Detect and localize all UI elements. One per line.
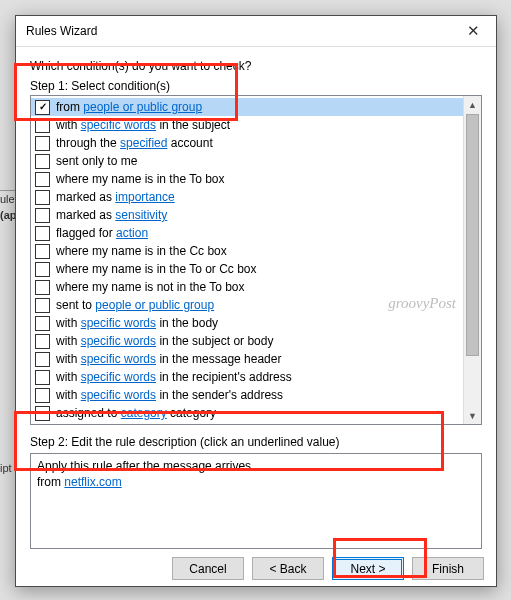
- next-button[interactable]: Next >: [332, 557, 404, 580]
- condition-item[interactable]: with specific words in the sender's addr…: [31, 386, 481, 404]
- condition-label: marked as sensitivity: [56, 208, 167, 222]
- condition-link[interactable]: action: [116, 226, 148, 240]
- condition-checkbox[interactable]: [35, 136, 50, 151]
- condition-item[interactable]: marked as importance: [31, 188, 481, 206]
- condition-checkbox[interactable]: [35, 190, 50, 205]
- condition-link[interactable]: specific words: [81, 388, 156, 402]
- prompt-text: Which condition(s) do you want to check?: [30, 59, 482, 73]
- condition-label: where my name is in the To box: [56, 172, 225, 186]
- condition-checkbox[interactable]: [35, 280, 50, 295]
- condition-item[interactable]: from people or public group: [31, 98, 481, 116]
- condition-link[interactable]: people or public group: [83, 100, 202, 114]
- condition-item[interactable]: with specific words in the recipient's a…: [31, 368, 481, 386]
- condition-item[interactable]: flagged for action: [31, 224, 481, 242]
- condition-checkbox[interactable]: [35, 406, 50, 421]
- condition-label: from people or public group: [56, 100, 202, 114]
- condition-checkbox[interactable]: [35, 352, 50, 367]
- condition-item[interactable]: where my name is in the To or Cc box: [31, 260, 481, 278]
- condition-item[interactable]: sent to people or public group: [31, 296, 481, 314]
- condition-item[interactable]: with specific words in the body: [31, 314, 481, 332]
- condition-checkbox[interactable]: [35, 226, 50, 241]
- condition-item[interactable]: marked as sensitivity: [31, 206, 481, 224]
- condition-label: with specific words in the body: [56, 316, 218, 330]
- condition-checkbox[interactable]: [35, 298, 50, 313]
- condition-link[interactable]: specific words: [81, 370, 156, 384]
- condition-checkbox[interactable]: [35, 154, 50, 169]
- rule-description-box: Apply this rule after the message arrive…: [30, 453, 482, 549]
- scrollbar-vertical[interactable]: ▲ ▼: [463, 96, 481, 424]
- step1-label: Step 1: Select condition(s): [30, 79, 482, 93]
- condition-item[interactable]: assigned to category category: [31, 404, 481, 422]
- window-title: Rules Wizard: [26, 24, 451, 38]
- condition-item[interactable]: where my name is not in the To box: [31, 278, 481, 296]
- condition-label: assigned to category category: [56, 406, 216, 420]
- rule-description-line: from netflix.com: [37, 474, 475, 490]
- rule-value-link[interactable]: netflix.com: [64, 475, 121, 489]
- rules-wizard-dialog: Rules Wizard ✕ Which condition(s) do you…: [15, 15, 497, 587]
- condition-link[interactable]: sensitivity: [115, 208, 167, 222]
- condition-link[interactable]: specific words: [81, 334, 156, 348]
- condition-link[interactable]: category: [121, 406, 167, 420]
- close-icon: ✕: [467, 22, 480, 40]
- condition-label: where my name is not in the To box: [56, 280, 245, 294]
- condition-checkbox[interactable]: [35, 334, 50, 349]
- scroll-down-icon[interactable]: ▼: [464, 407, 481, 424]
- condition-checkbox[interactable]: [35, 244, 50, 259]
- close-button[interactable]: ✕: [451, 16, 496, 46]
- cancel-button[interactable]: Cancel: [172, 557, 244, 580]
- condition-checkbox[interactable]: [35, 172, 50, 187]
- condition-item[interactable]: sent only to me: [31, 152, 481, 170]
- condition-checkbox[interactable]: [35, 100, 50, 115]
- scroll-thumb[interactable]: [466, 114, 479, 356]
- condition-label: sent only to me: [56, 154, 137, 168]
- condition-item[interactable]: through the specified account: [31, 134, 481, 152]
- condition-link[interactable]: importance: [115, 190, 174, 204]
- condition-item[interactable]: where my name is in the Cc box: [31, 242, 481, 260]
- condition-checkbox[interactable]: [35, 388, 50, 403]
- condition-checkbox[interactable]: [35, 208, 50, 223]
- finish-button[interactable]: Finish: [412, 557, 484, 580]
- condition-checkbox[interactable]: [35, 262, 50, 277]
- condition-label: where my name is in the Cc box: [56, 244, 227, 258]
- titlebar: Rules Wizard ✕: [16, 16, 496, 47]
- button-bar: Cancel < Back Next > Finish: [16, 557, 496, 588]
- condition-label: with specific words in the subject: [56, 118, 230, 132]
- condition-label: sent to people or public group: [56, 298, 214, 312]
- conditions-listbox: from people or public groupwith specific…: [30, 95, 482, 425]
- back-button[interactable]: < Back: [252, 557, 324, 580]
- condition-link[interactable]: specified: [120, 136, 167, 150]
- condition-link[interactable]: specific words: [81, 352, 156, 366]
- condition-label: through the specified account: [56, 136, 213, 150]
- condition-checkbox[interactable]: [35, 370, 50, 385]
- scroll-up-icon[interactable]: ▲: [464, 96, 481, 113]
- condition-link[interactable]: people or public group: [95, 298, 214, 312]
- rule-description-text: from: [37, 475, 64, 489]
- condition-item[interactable]: with specific words in the subject or bo…: [31, 332, 481, 350]
- rule-description-line: Apply this rule after the message arrive…: [37, 458, 475, 474]
- condition-label: with specific words in the subject or bo…: [56, 334, 273, 348]
- condition-item[interactable]: with specific words in the message heade…: [31, 350, 481, 368]
- condition-label: flagged for action: [56, 226, 148, 240]
- condition-label: marked as importance: [56, 190, 175, 204]
- condition-link[interactable]: specific words: [81, 316, 156, 330]
- condition-label: with specific words in the recipient's a…: [56, 370, 292, 384]
- condition-checkbox[interactable]: [35, 316, 50, 331]
- condition-link[interactable]: specific words: [81, 118, 156, 132]
- condition-checkbox[interactable]: [35, 118, 50, 133]
- step2-label: Step 2: Edit the rule description (click…: [30, 435, 482, 449]
- condition-item[interactable]: where my name is in the To box: [31, 170, 481, 188]
- condition-label: where my name is in the To or Cc box: [56, 262, 257, 276]
- condition-label: with specific words in the sender's addr…: [56, 388, 283, 402]
- condition-item[interactable]: with specific words in the subject: [31, 116, 481, 134]
- condition-label: with specific words in the message heade…: [56, 352, 281, 366]
